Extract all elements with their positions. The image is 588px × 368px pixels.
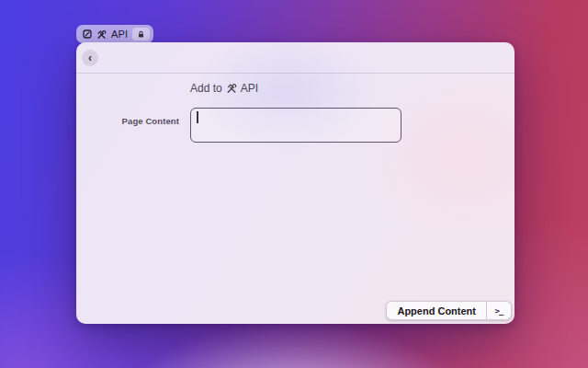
- append-content-control: Append Content >_: [386, 301, 512, 320]
- tab-label: API: [111, 29, 128, 40]
- shortcut-tab-pill[interactable]: API: [76, 25, 153, 43]
- window-title: Add to API: [190, 82, 258, 95]
- shortcut-input-window: ‹ Add to API Page Content Append Content…: [76, 42, 514, 324]
- title-suffix: API: [241, 82, 258, 95]
- page-content-field-wrap: [190, 108, 401, 143]
- lock-chip: [132, 28, 150, 40]
- append-content-button[interactable]: Append Content: [387, 302, 486, 319]
- hammer-wrench-icon: [226, 83, 237, 94]
- lock-icon: [137, 30, 145, 39]
- page-content-input[interactable]: [190, 108, 401, 143]
- window-header: ‹: [76, 42, 514, 74]
- page-content-label: Page Content: [0, 116, 179, 126]
- terminal-icon-button[interactable]: >_: [487, 302, 511, 319]
- title-prefix: Add to: [190, 82, 222, 95]
- app-icon: [83, 29, 92, 39]
- hammer-wrench-icon: [96, 29, 107, 40]
- back-button[interactable]: ‹: [82, 50, 98, 66]
